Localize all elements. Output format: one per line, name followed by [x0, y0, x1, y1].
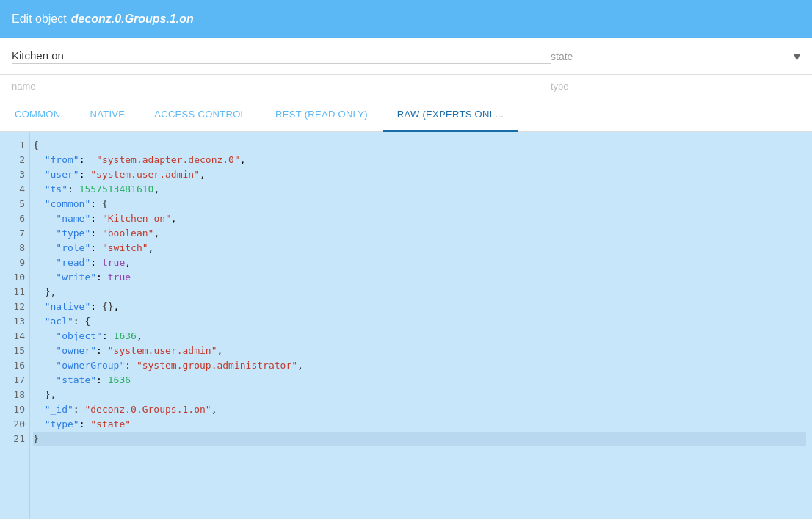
tab-native[interactable]: NATIVE — [75, 101, 139, 132]
tab-raw-experts[interactable]: RAW (EXPERTS ONL... — [383, 101, 518, 132]
tab-rest-read-only[interactable]: REST (READ ONLY) — [261, 101, 383, 132]
fields-row-1: Kitchen on state ▾ — [0, 38, 812, 75]
state-dropdown-arrow[interactable]: ▾ — [794, 48, 800, 65]
name-placeholder[interactable]: name — [12, 81, 551, 92]
tab-access-control[interactable]: ACCESS CONTROL — [139, 101, 261, 132]
state-label: state — [551, 51, 788, 62]
fields-row-2: name type — [0, 75, 812, 101]
header-title-italic: deconz.0.Groups.1.on — [71, 12, 194, 26]
header-title-static: Edit object — [12, 12, 67, 26]
state-wrap: state ▾ — [551, 48, 800, 65]
type-placeholder: type — [551, 81, 800, 92]
header-bar: Edit object deconz.0.Groups.1.on — [0, 0, 812, 38]
code-content[interactable]: { "from": "system.adapter.deconz.0", "us… — [30, 132, 812, 519]
tabs-bar: COMMON NATIVE ACCESS CONTROL REST (READ … — [0, 101, 812, 132]
editor-area: 123456789101112131415161718192021 { "fro… — [0, 132, 812, 519]
line-numbers: 123456789101112131415161718192021 — [0, 132, 29, 519]
name-value[interactable]: Kitchen on — [12, 49, 551, 64]
tab-common[interactable]: COMMON — [0, 101, 75, 132]
